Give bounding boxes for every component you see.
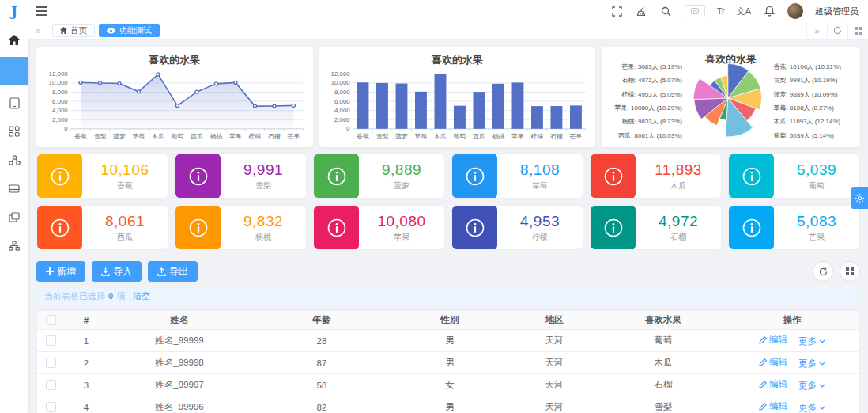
app-logo[interactable]: J <box>0 0 28 22</box>
import-button-label: 导入 <box>113 265 132 278</box>
language-switch-button[interactable]: 文A <box>737 6 751 17</box>
cell-age: 87 <box>251 358 393 368</box>
stat-card-10: 4,953柠檬 <box>451 205 583 250</box>
edit-row-link[interactable]: 编辑 <box>759 378 787 390</box>
sidebar-item-apps[interactable] <box>0 119 28 144</box>
tab-home[interactable]: 首页 <box>52 24 95 37</box>
stat-label: 葡萄 <box>774 180 859 191</box>
svg-text:杨桃: 杨桃 <box>209 133 222 140</box>
pie-chart[interactable] <box>682 54 773 142</box>
edit-row-link[interactable]: 编辑 <box>759 334 787 346</box>
fullscreen-icon[interactable] <box>611 5 624 17</box>
column-header-3[interactable]: 性别 <box>393 314 507 326</box>
clear-selection-link[interactable]: 清空 <box>133 290 150 302</box>
notification-bell-icon[interactable] <box>763 5 776 17</box>
sidebar-item-cluster[interactable] <box>0 147 28 172</box>
column-header-6[interactable]: 操作 <box>725 314 859 326</box>
stat-value: 10,106 <box>82 161 168 179</box>
sidebar-item-device[interactable] <box>0 90 28 116</box>
pie-chart-title: 喜欢的水果 <box>705 52 757 66</box>
selection-bar: 当前表格已选择 0 项 清空 <box>36 287 860 305</box>
tab-function-test[interactable]: 功能测试 <box>99 24 160 37</box>
column-header-1[interactable]: 姓名 <box>108 314 251 326</box>
more-actions-link[interactable]: 更多 <box>798 402 825 413</box>
menu-toggle-icon[interactable] <box>36 6 47 16</box>
select-all-checkbox[interactable] <box>46 315 56 325</box>
layout-grid-icon[interactable] <box>847 22 868 39</box>
refresh-icon <box>819 267 828 276</box>
pie-label: 雪梨: 9991人 (10.19%) <box>773 76 860 85</box>
tabs-scroll-left-icon[interactable]: « <box>28 22 47 39</box>
stat-label: 草莓 <box>497 180 583 191</box>
refresh-table-button[interactable] <box>813 261 833 282</box>
row-checkbox[interactable] <box>46 402 56 412</box>
font-size-button[interactable]: Tr <box>717 6 725 16</box>
row-checkbox[interactable] <box>46 380 56 390</box>
svg-text:木瓜: 木瓜 <box>151 133 164 140</box>
info-icon <box>591 153 636 199</box>
svg-text:苹果: 苹果 <box>228 133 241 140</box>
tabs-scroll-right-icon[interactable]: » <box>806 22 827 39</box>
stat-card-8: 9,832杨桃 <box>175 205 307 250</box>
sidebar-item-windows[interactable] <box>0 204 28 229</box>
overlap-windows-icon <box>9 212 20 222</box>
svg-text:0: 0 <box>64 125 68 132</box>
svg-text:2,000: 2,000 <box>51 116 67 123</box>
column-settings-button[interactable] <box>840 261 860 282</box>
import-button[interactable]: 导入 <box>92 261 142 282</box>
sidebar-item-home[interactable] <box>0 27 28 52</box>
more-actions-link[interactable]: 更多 <box>798 358 825 369</box>
more-actions-link[interactable]: 更多 <box>798 380 825 392</box>
cell-fruit: 葡萄 <box>602 335 725 347</box>
more-actions-link[interactable]: 更多 <box>798 335 825 347</box>
column-header-5[interactable]: 喜欢水果 <box>602 314 725 326</box>
bar-chart[interactable]: 02,0004,0006,0008,00010,00012,000香蕉雪梨菠萝草… <box>322 69 593 146</box>
pie-labels-right: 香蕉: 10106人 (10.31%)雪梨: 9991人 (10.19%)菠萝:… <box>773 47 860 147</box>
theme-settings-button[interactable] <box>851 187 868 209</box>
stat-card-1: 10,106香蕉 <box>36 153 168 199</box>
column-header-4[interactable]: 地区 <box>507 314 602 326</box>
sidebar-item-active[interactable] <box>0 57 28 85</box>
stat-value: 9,991 <box>221 161 306 179</box>
edit-row-link[interactable]: 编辑 <box>759 356 787 368</box>
column-header-0[interactable]: # <box>64 316 108 325</box>
search-icon[interactable] <box>660 5 673 17</box>
pie-label: 葡萄: 5039人 (5.14%) <box>773 131 860 140</box>
edit-pencil-icon <box>759 381 767 388</box>
row-checkbox[interactable] <box>46 335 56 346</box>
svg-text:芒果: 芒果 <box>287 133 300 140</box>
home-icon <box>9 35 20 45</box>
sitemap-icon <box>9 241 20 251</box>
add-button[interactable]: 新增 <box>36 261 85 282</box>
username[interactable]: 超级管理员 <box>815 6 859 17</box>
cell-age: 28 <box>251 336 393 346</box>
stat-value: 11,893 <box>636 161 721 179</box>
pie-label: 芒果: 5083人 (5.19%) <box>602 63 682 71</box>
info-icon <box>452 153 497 199</box>
charts-row: 喜欢的水果 02,0004,0006,0008,00010,00012,000香… <box>36 47 860 147</box>
svg-text:8,000: 8,000 <box>51 89 67 96</box>
cell-name: 姓名_99996 <box>108 401 251 413</box>
row-checkbox[interactable] <box>46 358 56 368</box>
refresh-page-icon[interactable] <box>827 22 847 39</box>
broom-icon[interactable] <box>636 5 648 17</box>
pie-chart-card: 喜欢的水果 芒果: 5083人 (5.19%)石榴: 4972人 (5.07%)… <box>602 47 860 147</box>
selection-count: 0 <box>108 291 113 301</box>
user-avatar[interactable] <box>787 3 803 19</box>
stat-label: 石榴 <box>636 232 721 243</box>
gear-icon <box>855 193 865 203</box>
line-chart[interactable]: 02,0004,0006,0008,00010,00012,000香蕉雪梨菠萝草… <box>40 69 311 146</box>
cell-fruit: 木瓜 <box>602 357 725 369</box>
cell-name: 姓名_99998 <box>108 357 251 369</box>
sidebar-item-sitemap[interactable] <box>0 233 28 258</box>
edit-row-link[interactable]: 编辑 <box>759 400 787 412</box>
pie-label: 香蕉: 10106人 (10.31%) <box>773 63 860 71</box>
cell-actions: 编辑更多 <box>725 378 859 392</box>
column-header-2[interactable]: 年龄 <box>251 314 393 326</box>
topbar-actions: Tr 文A 超级管理员 <box>611 3 868 19</box>
export-button[interactable]: 导出 <box>148 261 198 282</box>
shortcut-badge-button[interactable] <box>685 5 705 17</box>
sidebar-item-storage[interactable] <box>0 176 28 201</box>
cell-fruit: 石榴 <box>602 379 725 391</box>
stat-label: 芒果 <box>774 232 859 243</box>
